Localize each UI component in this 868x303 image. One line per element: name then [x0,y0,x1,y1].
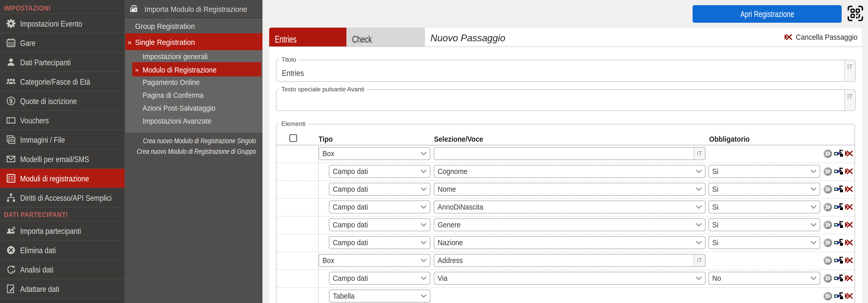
svg-text:$: $ [9,97,13,104]
